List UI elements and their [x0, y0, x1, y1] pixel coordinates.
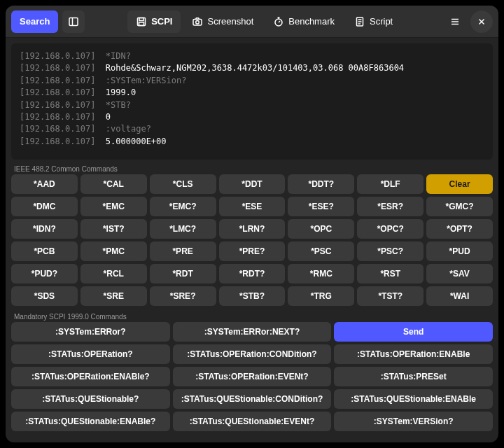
scpi-cmd-button[interactable]: :STATus:QUEStionable:EVENt?	[173, 412, 332, 431]
save-icon	[136, 16, 147, 27]
sidebar-icon	[68, 16, 79, 27]
ieee-cmd-button[interactable]: *DLF	[357, 174, 424, 194]
ieee-cmd-button[interactable]: *RDT?	[219, 264, 286, 284]
svg-rect-0	[69, 18, 78, 25]
ieee-cmd-button[interactable]: *PUD?	[11, 264, 78, 284]
ieee-cmd-button[interactable]: *PSC?	[357, 241, 424, 261]
ieee-cmd-button[interactable]: *RST	[357, 264, 424, 284]
terminal-output[interactable]: [192.168.0.107] *IDN?[192.168.0.107] Roh…	[11, 43, 493, 160]
scpi-command-grid: :SYSTem:ERRor?:SYSTem:ERRor:NEXT?Send:ST…	[11, 322, 493, 431]
ieee-cmd-button[interactable]: *PMC	[80, 241, 147, 261]
svg-line-8	[279, 21, 280, 22]
ieee-cmd-button[interactable]: *TRG	[288, 286, 354, 306]
ieee-cmd-button[interactable]: *TST?	[357, 286, 424, 306]
document-icon	[354, 16, 365, 27]
terminal-line: [192.168.0.107] 0	[20, 111, 484, 123]
tab-script-label: Script	[370, 16, 393, 27]
scpi-cmd-button[interactable]: :SYSTem:ERRor:NEXT?	[173, 322, 332, 342]
ieee-cmd-button[interactable]: *ESE	[219, 197, 286, 216]
terminal-address: [192.168.0.107]	[20, 63, 106, 73]
terminal-line: [192.168.0.107] 1999.0	[20, 87, 484, 99]
tab-scpi[interactable]: SCPI	[127, 10, 181, 33]
ieee-cmd-button[interactable]: *EMC?	[150, 197, 216, 216]
scpi-cmd-button[interactable]: :STATus:OPERation?	[11, 344, 170, 364]
terminal-sent: :voltage?	[106, 124, 151, 134]
ieee-cmd-button[interactable]: *IST?	[80, 219, 147, 239]
ieee-cmd-button[interactable]: *STB?	[219, 286, 286, 306]
svg-rect-3	[139, 18, 144, 20]
hamburger-icon	[449, 16, 461, 27]
scpi-cmd-button[interactable]: :STATus:OPERation:ENABle	[334, 344, 493, 364]
ieee-cmd-button[interactable]: *LMC?	[150, 219, 216, 239]
ieee-cmd-button[interactable]: *OPC	[288, 219, 354, 239]
ieee-cmd-button[interactable]: *PUD	[426, 241, 493, 261]
ieee-cmd-button[interactable]: *PCB	[11, 241, 78, 261]
ieee-cmd-button[interactable]: *GMC?	[426, 197, 493, 216]
ieee-cmd-button[interactable]: *EMC	[80, 197, 147, 216]
terminal-address: [192.168.0.107]	[20, 88, 106, 97]
search-button-label: Search	[20, 16, 50, 27]
terminal-sent: :SYSTem:VERSion?	[106, 76, 187, 85]
search-button[interactable]: Search	[11, 10, 58, 33]
scpi-cmd-button[interactable]: :SYSTem:VERSion?	[334, 412, 493, 431]
ieee-cmd-button[interactable]: *DDT	[219, 174, 286, 194]
tab-script[interactable]: Script	[346, 10, 401, 33]
terminal-address: [192.168.0.107]	[20, 136, 106, 146]
ieee-cmd-button[interactable]: *PRE	[150, 241, 216, 261]
ieee-cmd-button[interactable]: *AAD	[11, 174, 78, 194]
ieee-cmd-button[interactable]: *RDT	[150, 264, 216, 284]
scpi-cmd-button[interactable]: :STATus:QUEStionable:ENABle	[334, 389, 493, 409]
ieee-cmd-button[interactable]: *SDS	[11, 286, 78, 306]
scpi-cmd-button[interactable]: :STATus:OPERation:EVENt?	[173, 367, 332, 386]
ieee-cmd-button[interactable]: *RMC	[288, 264, 354, 284]
ieee-command-grid: *AAD*CAL*CLS*DDT*DDT?*DLFClear*DMC*EMC*E…	[11, 174, 493, 306]
terminal-line: [192.168.0.107] :SYSTem:VERSion?	[20, 75, 484, 87]
ieee-cmd-button[interactable]: *ESR?	[357, 197, 424, 216]
ieee-cmd-button[interactable]: *WAI	[426, 286, 493, 306]
ieee-cmd-button[interactable]: *OPC?	[357, 219, 424, 239]
clear-button[interactable]: Clear	[426, 174, 493, 194]
terminal-address: [192.168.0.107]	[20, 51, 106, 61]
ieee-cmd-button[interactable]: *LRN?	[219, 219, 286, 239]
ieee-cmd-button[interactable]: *ESE?	[288, 197, 354, 216]
terminal-line: [192.168.0.107] *IDN?	[20, 50, 484, 62]
ieee-cmd-button[interactable]: *OPT?	[426, 219, 493, 239]
tab-benchmark[interactable]: Benchmark	[265, 10, 343, 33]
scpi-cmd-button[interactable]: :STATus:QUEStionable?	[11, 389, 170, 409]
close-button[interactable]	[470, 10, 493, 33]
scpi-cmd-button[interactable]: :SYSTem:ERRor?	[11, 322, 170, 342]
terminal-recv: 0	[106, 112, 111, 122]
camera-icon	[192, 16, 203, 27]
close-icon	[476, 16, 487, 27]
terminal-address: [192.168.0.107]	[20, 124, 106, 134]
ieee-cmd-button[interactable]: *PRE?	[219, 241, 286, 261]
ieee-cmd-button[interactable]: *SRE?	[150, 286, 216, 306]
sidebar-toggle-button[interactable]	[62, 10, 85, 33]
ieee-cmd-button[interactable]: *CAL	[80, 174, 147, 194]
send-button[interactable]: Send	[334, 322, 493, 342]
ieee-cmd-button[interactable]: *RCL	[80, 264, 147, 284]
menu-button[interactable]	[444, 10, 466, 33]
tab-screenshot[interactable]: Screenshot	[183, 10, 262, 33]
scpi-cmd-button[interactable]: :STATus:OPERation:CONDition?	[173, 344, 332, 364]
ieee-cmd-button[interactable]: *CLS	[150, 174, 216, 194]
terminal-line: [192.168.0.107] *STB?	[20, 99, 484, 111]
stopwatch-icon	[273, 16, 284, 27]
scpi-cmd-button[interactable]: :STATus:QUEStionable:ENABle?	[11, 412, 170, 431]
ieee-cmd-button[interactable]: *IDN?	[11, 219, 78, 239]
tab-scpi-label: SCPI	[151, 16, 172, 27]
terminal-address: [192.168.0.107]	[20, 112, 106, 122]
ieee-section-label: IEEE 488.2 Common Commands	[6, 162, 498, 174]
terminal-sent: *IDN?	[106, 51, 131, 61]
ieee-cmd-button[interactable]: *SAV	[426, 264, 493, 284]
header-bar: Search SCPI Screenshot	[6, 6, 498, 38]
ieee-cmd-button[interactable]: *PSC	[288, 241, 354, 261]
terminal-line: [192.168.0.107] :voltage?	[20, 123, 484, 135]
ieee-cmd-button[interactable]: *DDT?	[288, 174, 354, 194]
ieee-cmd-button[interactable]: *SRE	[80, 286, 147, 306]
scpi-cmd-button[interactable]: :STATus:OPERation:ENABle?	[11, 367, 170, 386]
ieee-cmd-button[interactable]: *DMC	[11, 197, 78, 216]
scpi-section-label: Mandatory SCPI 1999.0 Commands	[6, 310, 498, 322]
scpi-cmd-button[interactable]: :STATus:PRESet	[334, 367, 493, 386]
scpi-cmd-button[interactable]: :STATus:QUEStionable:CONDition?	[173, 389, 332, 409]
